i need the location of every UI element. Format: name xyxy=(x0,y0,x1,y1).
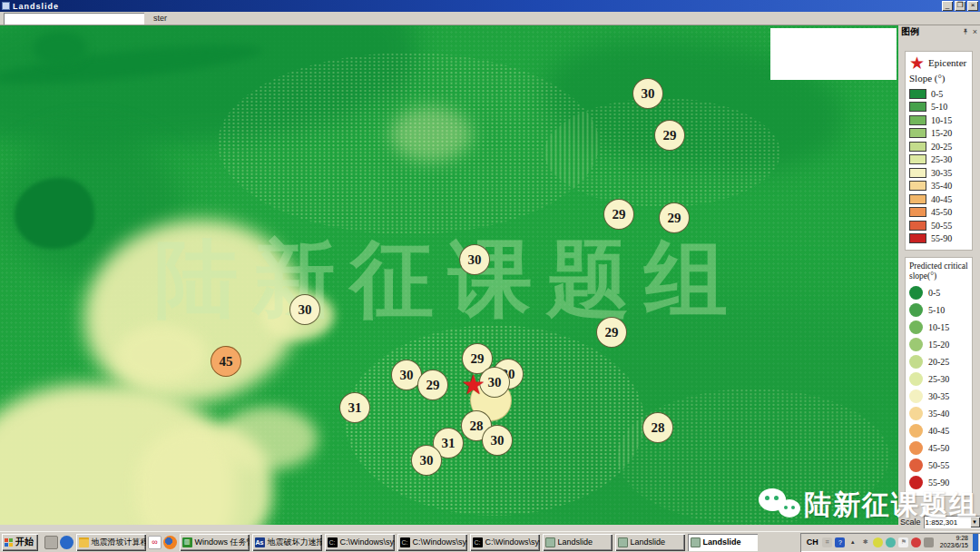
map-marker: 30 xyxy=(482,425,513,456)
slope-class-label: 20-25 xyxy=(931,142,952,152)
slope-class-label: 55-90 xyxy=(931,233,952,243)
gray-tray-icon[interactable] xyxy=(924,537,934,547)
pin-icon[interactable]: 🖈 xyxy=(962,27,970,36)
map-marker: 28 xyxy=(642,412,673,443)
printer-icon[interactable] xyxy=(44,536,58,549)
slope-class-label: 0-5 xyxy=(931,89,943,99)
show-desktop-edge[interactable] xyxy=(973,534,978,551)
slope-class-row: 35-40 xyxy=(909,180,969,193)
system-tray: CH ⌗?▴✱⚑ 9:28 2023/6/15 xyxy=(800,533,980,552)
slope-classes: 0-55-1010-1515-2020-2525-3030-3535-4040-… xyxy=(909,87,969,245)
critical-class-circle-icon xyxy=(909,355,923,369)
epicenter-legend-row: ★ Epicenter xyxy=(909,55,969,70)
expand-icon[interactable]: ▴ xyxy=(848,537,858,547)
taskbar-button[interactable]: C:C:\Windows\sys... xyxy=(470,534,540,551)
minimize-button[interactable]: _ xyxy=(942,1,953,11)
taskbar-button-label: C:\Windows\sys... xyxy=(485,537,540,547)
taskbar-button[interactable]: ▥Windows 任务管... xyxy=(180,534,250,551)
clock-date: 2023/6/15 xyxy=(940,542,968,548)
critical-class-circle-icon xyxy=(909,286,923,300)
critical-class-circle-icon xyxy=(909,303,923,317)
slope-class-swatch xyxy=(909,194,926,204)
teal-tray-icon[interactable] xyxy=(886,537,896,547)
critical-class-label: 20-25 xyxy=(928,357,949,367)
toolbar-label: ster xyxy=(153,14,167,23)
keyboard-icon[interactable]: ⌗ xyxy=(822,537,832,547)
critical-class-row: 0-5 xyxy=(909,284,969,301)
tray-clock[interactable]: 9:28 2023/6/15 xyxy=(940,535,968,549)
taskbar-button-label: Windows 任务管... xyxy=(195,537,250,548)
taskbar-button[interactable]: Landslide xyxy=(543,534,612,551)
clock-green-icon[interactable] xyxy=(873,537,883,547)
map-marker: 29 xyxy=(417,370,448,400)
taskbar-button[interactable]: C:C:\Windows\sys... xyxy=(397,534,467,551)
terrain-speckle xyxy=(544,98,780,207)
maximize-button[interactable]: ❐ xyxy=(955,1,965,11)
slope-class-label: 10-15 xyxy=(931,115,952,125)
taskbar-button[interactable]: 地震滑坡计算程... xyxy=(76,534,146,551)
lake xyxy=(15,178,94,249)
map-marker: 29 xyxy=(596,317,627,348)
critical-class-row: 30-35 xyxy=(909,388,969,405)
circles-icon[interactable]: ∞ xyxy=(148,536,162,549)
critical-class-label: 35-40 xyxy=(928,409,949,419)
slope-class-swatch xyxy=(909,128,926,138)
taskbar-button-label: Landslide xyxy=(558,537,593,547)
slope-class-row: 20-25 xyxy=(909,140,969,153)
critical-class-circle-icon xyxy=(909,320,923,334)
start-button[interactable]: 开始 xyxy=(2,534,38,551)
landslide-icon xyxy=(691,537,701,547)
critical-class-circle-icon xyxy=(909,389,923,403)
taskbar-button[interactable]: C:C:\Windows\sys... xyxy=(325,534,395,551)
critical-class-row: 40-45 xyxy=(909,422,969,439)
tray-icons: ⌗?▴✱⚑ xyxy=(821,537,936,547)
critical-class-row: 10-15 xyxy=(909,319,969,336)
taskbar-button[interactable]: As地震破坏力速报... xyxy=(252,534,322,551)
slope-class-label: 45-50 xyxy=(931,207,952,217)
slope-class-swatch xyxy=(909,168,926,178)
taskbar-button-label: 地震破坏力速报... xyxy=(268,537,322,548)
critical-class-circle-icon xyxy=(909,441,923,455)
firefox-icon[interactable] xyxy=(163,536,177,549)
taskbar-button[interactable]: Landslide xyxy=(615,534,685,551)
taskbar-button-label: Landslide xyxy=(703,537,741,547)
taskbar-button[interactable]: Landslide xyxy=(688,534,758,551)
slope-class-label: 25-30 xyxy=(931,154,952,164)
slope-legend-card: ★ Epicenter Slope (°) 0-55-1010-1515-202… xyxy=(905,51,973,251)
clock-time: 9:28 xyxy=(956,535,968,541)
flag-tray-icon[interactable]: ⚑ xyxy=(898,537,908,547)
star-tray-icon[interactable]: ✱ xyxy=(860,537,870,547)
taskbar: 开始 地震滑坡计算程...∞▥Windows 任务管...As地震破坏力速报..… xyxy=(0,531,980,552)
river-bend xyxy=(33,31,87,65)
slope-class-swatch xyxy=(909,89,926,99)
slope-class-row: 0-5 xyxy=(909,87,969,101)
critical-class-row: 5-10 xyxy=(909,301,969,319)
critical-class-label: 30-35 xyxy=(928,391,949,401)
map-view[interactable]: 陆新征课题组 302929293030294529303030293128283… xyxy=(0,25,898,525)
taskbar-items: 地震滑坡计算程...∞▥Windows 任务管...As地震破坏力速报...C:… xyxy=(44,534,759,551)
layer-combobox[interactable] xyxy=(4,13,144,25)
language-indicator[interactable]: CH xyxy=(807,537,818,547)
slope-class-row: 25-30 xyxy=(909,153,969,167)
help-icon[interactable]: ? xyxy=(835,537,845,547)
record-red-icon[interactable] xyxy=(911,537,921,547)
panel-close-icon[interactable]: × xyxy=(973,27,977,36)
cmd-icon: C: xyxy=(400,537,410,547)
legend-panel-title: 图例 xyxy=(901,25,959,38)
critical-class-row: 20-25 xyxy=(909,353,969,370)
title-bar: Landslide _ ❐ × xyxy=(0,0,980,12)
critical-class-row: 45-50 xyxy=(909,439,969,457)
map-marker: 29 xyxy=(659,202,690,233)
slope-legend-title: Slope (°) xyxy=(909,73,969,84)
close-button[interactable]: × xyxy=(967,1,978,11)
critical-classes: 0-55-1010-1515-2020-2525-3030-3535-4040-… xyxy=(909,284,969,491)
folder-icon xyxy=(79,537,89,547)
slope-class-label: 15-20 xyxy=(931,128,952,138)
steep-slope-area xyxy=(218,407,318,470)
as-icon: As xyxy=(255,537,265,547)
critical-class-row: 35-40 xyxy=(909,405,969,422)
steep-slope-area xyxy=(116,325,207,384)
legend-panel: 图例 🖈 × ★ Epicenter Slope (°) 0-55-1010-1… xyxy=(898,25,980,531)
media-player-icon[interactable] xyxy=(60,536,74,549)
app-icon xyxy=(2,2,10,10)
